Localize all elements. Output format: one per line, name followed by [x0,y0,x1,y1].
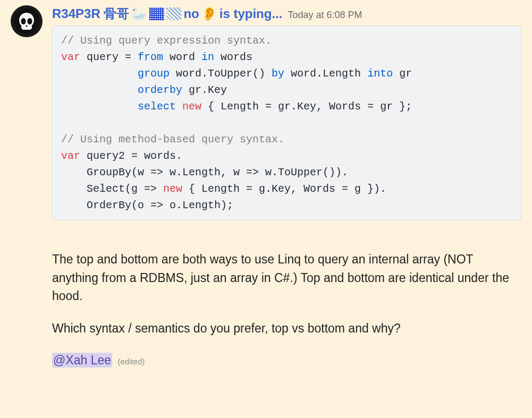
code-kw: in [201,51,214,63]
code-kw: into [367,67,393,80]
code-kw: by [272,67,284,80]
code-text: Select(g => [61,183,163,195]
code-text: gr.Key [182,84,227,96]
svg-point-1 [21,18,26,24]
code-text: { Length = g.Key, Words = g }). [182,183,386,195]
code-text: word.ToUpper() [170,67,272,80]
chat-message: R34P3R 骨哥 🦢 no 👂 is typing... Today at 6… [0,0,532,389]
svg-point-2 [28,18,32,24]
code-text: word.Length [284,67,367,80]
paragraph-1: The top and bottom are both ways to use … [52,250,521,305]
code-kw: new [163,183,182,195]
timestamp: Today at 6:08 PM [288,10,362,21]
username-typing: is typing... [219,6,283,21]
paragraph-3: @Xah Lee (edited) [52,351,521,370]
skull-avatar-icon [14,8,39,34]
code-kw: var [61,51,80,63]
mention[interactable]: @Xah Lee [52,353,112,368]
username-text: R34P3R 骨哥 [52,5,129,22]
code-kw: select [138,100,176,113]
code-kw: group [138,67,170,80]
code-kw: orderby [138,84,182,96]
texture-icon [149,7,164,20]
code-kw: new [182,100,201,113]
code-text: words [214,51,252,63]
code-text: OrderBy(o => o.Length); [61,199,233,211]
ear-icon: 👂 [201,6,217,21]
texture2-icon [166,7,181,20]
paragraph-2: Which syntax / semantics do you prefer, … [52,319,521,338]
username[interactable]: R34P3R 骨哥 🦢 no 👂 is typing... [52,5,282,22]
message-header: R34P3R 骨哥 🦢 no 👂 is typing... Today at 6… [52,5,521,22]
edited-indicator: (edited) [117,357,145,366]
code-text: word [163,51,201,63]
code-text: query = [80,51,138,63]
code-text: { Length = gr.Key, Words = gr }; [201,100,412,113]
code-text [61,84,138,96]
code-text [61,67,138,80]
avatar[interactable] [11,5,43,37]
code-text: query2 = words. [80,150,182,162]
code-block[interactable]: // Using query expression syntax. var qu… [52,25,521,220]
code-text [176,100,182,113]
code-comment: // Using method-based query syntax. [61,133,284,146]
username-no: no [183,6,199,21]
code-comment: // Using query expression syntax. [61,35,272,47]
swan-icon: 🦢 [131,6,147,21]
code-kw: var [61,150,80,162]
code-kw: from [138,51,163,63]
message-content: R34P3R 骨哥 🦢 no 👂 is typing... Today at 6… [52,5,521,383]
code-text: GroupBy(w => w.Length, w => w.ToUpper())… [61,166,348,178]
message-body: The top and bottom are both ways to use … [52,250,521,370]
code-text [61,100,138,113]
code-text: gr [393,67,412,80]
